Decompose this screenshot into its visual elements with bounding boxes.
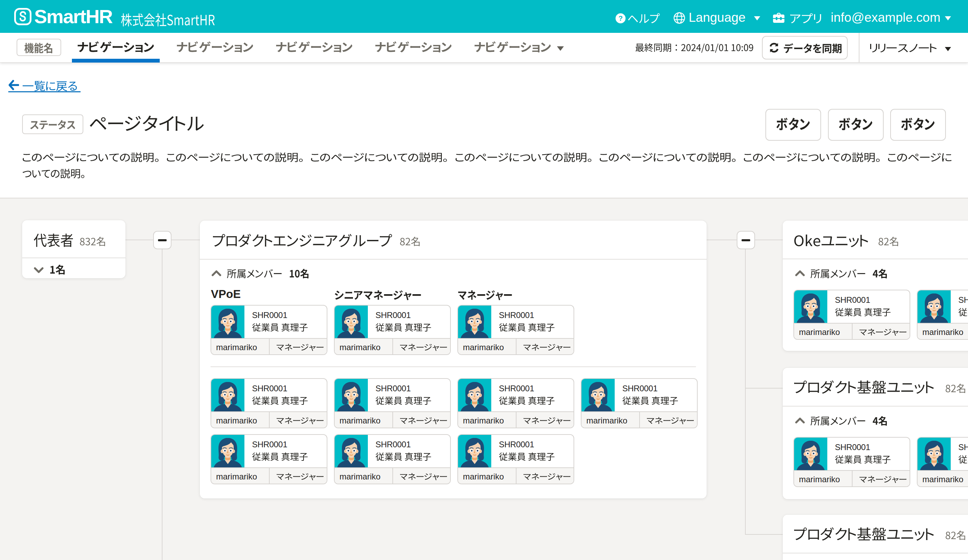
svg-text:?: ? <box>618 15 623 22</box>
